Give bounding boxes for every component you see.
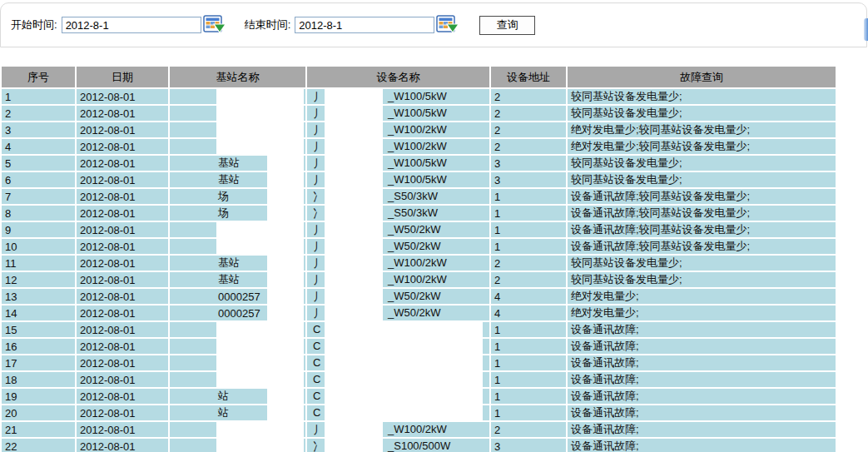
device-name-fragment: 丿 [313, 173, 324, 187]
table-row: 3 2012-08-01 丿 _W100/2kW 2 绝对发电量少;较同基站设备… [2, 122, 836, 137]
device-name-fragment: C [313, 373, 320, 385]
station-name-text: 站 [170, 389, 229, 404]
cell-station [170, 355, 305, 370]
cell-address: 1 [491, 405, 566, 420]
redaction-block [216, 122, 304, 137]
cell-address: 1 [491, 206, 566, 221]
cell-num: 8 [2, 206, 75, 221]
table-row: 1 2012-08-01 丿 _W100/5kW 2 较同基站设备发电量少; [2, 89, 836, 104]
cell-device: 丿 _W50/2kW [307, 289, 489, 304]
table-row: 12 2012-08-01 基站 丿 _W100/2kW 2 较同基站设备发电量… [2, 272, 836, 287]
cell-station [170, 372, 305, 387]
cell-device: 丿 _W100/2kW [307, 139, 489, 154]
cell-device: 丿 _W100/5kW [307, 106, 489, 121]
device-model-text: _W100/5kW [388, 156, 447, 169]
fault-report-table: 序号 日期 基站名称 设备名称 设备地址 故障查询 1 2012-08-01 丿… [0, 65, 837, 452]
redaction-block [325, 139, 383, 154]
cell-fault: 设备通讯故障; [568, 322, 836, 337]
cell-device: C [307, 355, 489, 370]
cell-date: 2012-08-01 [77, 322, 168, 337]
cell-num: 18 [2, 372, 75, 387]
cell-address: 1 [491, 239, 566, 254]
cell-date: 2012-08-01 [77, 156, 168, 171]
device-model-text: _W50/2kW [388, 240, 441, 252]
end-time-input[interactable] [295, 17, 434, 33]
station-name-text: 场 [170, 189, 229, 204]
cell-station [170, 239, 305, 254]
device-name-fragment: 丿 [313, 256, 324, 271]
station-name-text: 场 [170, 206, 229, 221]
cell-device: 丿 _W100/5kW [307, 89, 489, 104]
table-row: 8 2012-08-01 场 冫 _S50/3kW 1 设备通讯故障;较同基站设… [2, 206, 836, 221]
cell-fault: 设备通讯故障; [568, 422, 836, 437]
redaction-block [325, 106, 383, 121]
cell-date: 2012-08-01 [77, 422, 168, 437]
redaction-block [216, 239, 304, 254]
device-name-fragment: C [313, 356, 320, 369]
redaction-block [267, 189, 304, 204]
cell-fault: 绝对发电量少; [568, 305, 836, 320]
table-row: 10 2012-08-01 丿 _W50/2kW 1 设备通讯故障;较同基站设备… [2, 239, 836, 254]
cell-date: 2012-08-01 [77, 372, 168, 387]
redaction-block [267, 156, 304, 171]
cell-date: 2012-08-01 [77, 89, 168, 104]
redaction-block [325, 389, 483, 404]
cell-date: 2012-08-01 [77, 139, 168, 154]
query-button[interactable]: 查询 [479, 16, 535, 35]
cell-fault: 设备通讯故障;较同基站设备发电量少; [568, 222, 836, 237]
redaction-block [267, 272, 304, 287]
scrollbar-nub[interactable] [864, 18, 868, 41]
device-model-text: _W100/5kW [388, 173, 447, 186]
cell-fault: 设备通讯故障;较同基站设备发电量少; [568, 206, 836, 221]
cell-date: 2012-08-01 [77, 405, 168, 420]
redaction-block [216, 339, 304, 354]
device-name-fragment: 丿 [313, 423, 324, 437]
cell-device: 丿 _W100/2kW [307, 122, 489, 137]
cell-device: 丿 _W100/2kW [307, 256, 489, 271]
device-model-text: _W50/2kW [388, 306, 441, 319]
device-model-text: _W100/2kW [388, 140, 447, 152]
cell-fault: 设备通讯故障; [568, 439, 836, 452]
start-time-input[interactable] [62, 17, 201, 33]
cell-station: 场 [170, 189, 305, 204]
cell-num: 20 [2, 405, 75, 420]
redaction-block [267, 389, 304, 404]
cell-address: 1 [491, 355, 566, 370]
cell-fault: 设备通讯故障; [568, 372, 836, 387]
cell-address: 3 [491, 439, 566, 452]
cell-date: 2012-08-01 [77, 289, 168, 304]
cell-num: 5 [2, 156, 75, 171]
start-calendar-button[interactable] [203, 15, 226, 35]
station-name-text: 0000257 [170, 307, 260, 320]
device-model-text: _W100/5kW [388, 107, 447, 119]
table-row: 4 2012-08-01 丿 _W100/2kW 2 绝对发电量少;较同基站设备… [2, 139, 836, 154]
redaction-block [325, 206, 383, 221]
table-row: 20 2012-08-01 站 C 1 设备通讯故障; [2, 405, 836, 420]
device-name-fragment: 丿 [313, 290, 324, 304]
cell-address: 1 [491, 339, 566, 354]
station-name-text: 站 [170, 405, 229, 420]
cell-fault: 设备通讯故障;较同基站设备发电量少; [568, 239, 836, 254]
cell-station: 站 [170, 389, 305, 404]
end-calendar-button[interactable] [436, 15, 459, 35]
table-row: 11 2012-08-01 基站 丿 _W100/2kW 2 较同基站设备发电量… [2, 256, 836, 271]
header-device-address: 设备地址 [491, 67, 566, 87]
start-time-label: 开始时间: [11, 17, 57, 32]
redaction-block [325, 355, 483, 370]
redaction-block [325, 322, 483, 337]
table-row: 19 2012-08-01 站 C 1 设备通讯故障; [2, 389, 836, 404]
cell-num: 2 [2, 106, 75, 121]
cell-device: C [307, 372, 489, 387]
device-name-fragment: 丿 [313, 273, 324, 287]
calendar-icon [436, 25, 459, 37]
device-model-text: _W100/5kW [388, 90, 447, 102]
cell-fault: 较同基站设备发电量少; [568, 89, 836, 104]
redaction-block [325, 305, 383, 320]
cell-device: C [307, 405, 489, 420]
redaction-block [325, 172, 383, 187]
cell-fault: 较同基站设备发电量少; [568, 256, 836, 271]
table-row: 9 2012-08-01 丿 _W50/2kW 1 设备通讯故障;较同基站设备发… [2, 222, 836, 237]
cell-num: 1 [2, 89, 75, 104]
cell-address: 4 [491, 305, 566, 320]
cell-address: 2 [491, 122, 566, 137]
